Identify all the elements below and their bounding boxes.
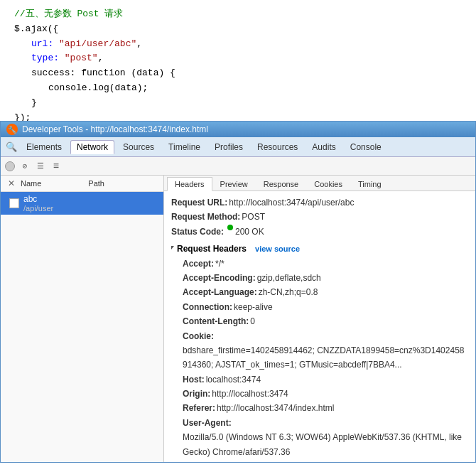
list-icon[interactable]: ≡	[50, 161, 62, 172]
network-item-path: /api/user	[23, 204, 53, 213]
request-url-label: Request URL:	[171, 195, 227, 210]
tab-timeline[interactable]: Timeline	[163, 141, 206, 154]
clear-icon[interactable]: ⊘	[19, 161, 31, 172]
tab-network[interactable]: Network	[70, 140, 114, 154]
devtools-toolbar: 🔍 Elements Network Sources Timeline Prof…	[1, 137, 475, 157]
file-icon	[9, 198, 19, 208]
tab-preview[interactable]: Preview	[212, 177, 256, 190]
headers-content: Request URL: http://localhost:3474/api/u…	[164, 191, 475, 462]
status-code-val: 200 OK	[235, 225, 264, 239]
path-label: Name	[21, 179, 41, 188]
code-line3: type: "post",	[14, 51, 462, 66]
code-line6: }	[14, 96, 462, 111]
tab-response[interactable]: Response	[256, 177, 307, 190]
code-line4: success: function (data) {	[14, 66, 462, 81]
network-item-abc[interactable]: abc /api/user	[1, 192, 163, 215]
request-url-val: http://localhost:3474/api/user/abc	[229, 195, 354, 210]
request-headers-section[interactable]: Request Headers view source	[171, 242, 468, 256]
tab-profiles[interactable]: Profiles	[209, 141, 249, 154]
code-line-comment: //五、无参数 Post 请求	[14, 7, 462, 22]
header-host: Host: localhost:3474	[183, 372, 468, 387]
tab-headers[interactable]: Headers	[167, 177, 212, 191]
devtools-logo: 🔧	[6, 124, 18, 135]
status-dot	[227, 225, 233, 230]
request-method-val: POST	[242, 210, 265, 224]
header-cookie: Cookie: bdshare_firstime=1402458914462; …	[183, 329, 468, 372]
header-connection: Connection: keep-alive	[183, 300, 468, 314]
filter-icon[interactable]: ☰	[35, 161, 46, 172]
code-area: //五、无参数 Post 请求 $.ajax({ url: "api/user/…	[0, 0, 476, 121]
header-user-agent: User-Agent: Mozilla/5.0 (Windows NT 6.3;…	[183, 416, 468, 459]
tab-resources[interactable]: Resources	[251, 141, 303, 154]
tab-cookies[interactable]: Cookies	[306, 177, 350, 190]
header-x-requested-with: X-Requested-With: XMLHttpRequest	[183, 459, 468, 462]
header-referer: Referer: http://localhost:3474/index.htm…	[183, 401, 468, 415]
code-line1: $.ajax({	[14, 22, 462, 37]
code-line2: url: "api/user/abc",	[14, 37, 462, 52]
network-item-content: abc /api/user	[23, 194, 53, 213]
record-icon[interactable]	[5, 161, 15, 171]
right-panel-tabs: Headers Preview Response Cookies Timing	[164, 176, 475, 191]
devtools-window: 🔧 Developer Tools - http://localhost:347…	[0, 121, 476, 463]
request-headers-label: Request Headers	[177, 242, 247, 256]
network-left-panel: ✕ Name Path abc /api/user	[1, 176, 164, 462]
devtools-titlebar: 🔧 Developer Tools - http://localhost:347…	[1, 122, 475, 137]
request-headers-list: Accept: */* Accept-Encoding: gzip,deflat…	[171, 257, 468, 462]
header-content-length: Content-Length: 0	[183, 314, 468, 328]
tab-elements[interactable]: Elements	[21, 141, 67, 154]
tab-sources[interactable]: Sources	[117, 141, 160, 154]
header-origin: Origin: http://localhost:3474	[183, 387, 468, 401]
triangle-icon	[171, 246, 174, 252]
code-line7: });	[14, 111, 462, 121]
devtools-title: Developer Tools - http://localhost:3474/…	[22, 124, 208, 134]
status-code-row: Status Code: 200 OK	[171, 225, 468, 239]
network-item-name: abc	[23, 194, 53, 204]
network-right-panel: Headers Preview Response Cookies Timing …	[164, 176, 475, 462]
code-comment: //五、无参数 Post 请求	[14, 9, 123, 19]
header-accept-encoding: Accept-Encoding: gzip,deflate,sdch	[183, 271, 468, 285]
request-method-row: Request Method: POST	[171, 210, 468, 224]
header-accept-language: Accept-Language: zh-CN,zh;q=0.8	[183, 285, 468, 299]
search-icon[interactable]: 🔍	[5, 141, 18, 154]
tab-console[interactable]: Console	[345, 141, 387, 154]
status-code-label: Status Code:	[171, 225, 224, 239]
header-accept: Accept: */*	[183, 257, 468, 271]
devtools-content: ✕ Name Path abc /api/user Headers Previe…	[1, 176, 475, 462]
tab-timing[interactable]: Timing	[350, 177, 389, 190]
network-subtoolbar: ⊘ ☰ ≡	[1, 157, 475, 176]
left-panel-header: ✕ Name Path	[1, 176, 163, 192]
code-line5: console.log(data);	[14, 81, 462, 96]
request-url-row: Request URL: http://localhost:3474/api/u…	[171, 195, 468, 210]
request-method-label: Request Method:	[171, 210, 240, 224]
path-label-2: Path	[88, 179, 104, 188]
view-source-link[interactable]: view source	[255, 242, 300, 256]
close-button[interactable]: ✕	[6, 178, 16, 188]
tab-audits[interactable]: Audits	[306, 141, 341, 154]
